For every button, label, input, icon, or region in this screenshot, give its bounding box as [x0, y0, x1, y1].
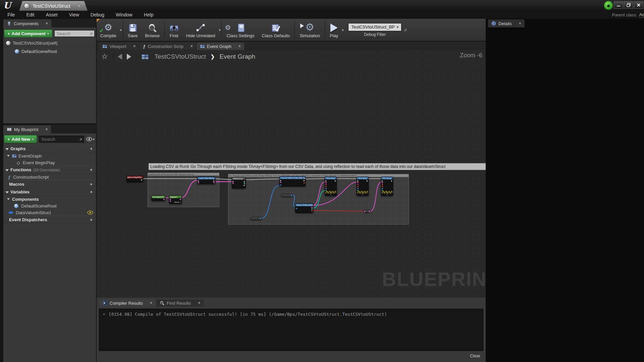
close-icon[interactable]: × [238, 44, 241, 49]
eye-icon[interactable] [87, 210, 93, 215]
pin[interactable] [335, 180, 336, 182]
close-icon[interactable]: × [46, 21, 48, 26]
node-print-string-3[interactable]: f Print String ▾ [381, 177, 393, 196]
simulation-button[interactable]: ⚙ Simulation [296, 20, 324, 40]
tutorials-button[interactable]: ◆ [604, 1, 613, 10]
menu-view[interactable]: View [69, 12, 79, 17]
pin[interactable] [325, 180, 327, 182]
event-begin-play-row[interactable]: ◇ Event BeginPlay [3, 159, 96, 166]
close-button[interactable] [634, 1, 643, 9]
pin[interactable] [325, 182, 327, 183]
view-options-button[interactable]: ▾ [86, 137, 95, 141]
node-variable-getter[interactable] [281, 194, 293, 197]
comment-title-bar-2[interactable]: Go Through each FString inside TArray<FS… [189, 163, 486, 170]
pin[interactable] [280, 180, 281, 181]
pin[interactable] [382, 186, 383, 187]
pin[interactable] [382, 182, 383, 183]
node-get-saved-dir[interactable]: f Get Saved Dir [151, 195, 165, 201]
variables-section-header[interactable]: Variables + [3, 188, 96, 196]
event-graph-canvas[interactable]: ☆ TestCSVtoUStruct ❯ Event Graph Zoom -6… [97, 50, 486, 298]
add-variable-button[interactable]: + [89, 189, 94, 194]
close-icon[interactable]: × [198, 301, 200, 305]
menu-window[interactable]: Window [116, 12, 132, 17]
hide-unrelated-button[interactable]: Hide Unrelated [182, 20, 219, 40]
variable-data-value-row[interactable]: DataValueInStruct [3, 209, 96, 216]
pin[interactable] [213, 180, 215, 182]
pin[interactable] [244, 185, 245, 186]
node-break-csv-demo-struct[interactable]: f Break CSVDemoStruct [295, 203, 313, 213]
pin[interactable] [198, 182, 199, 183]
components-tab[interactable]: Components × [3, 19, 51, 27]
construction-script-row[interactable]: ƒ ConstructionScript [3, 174, 96, 180]
node-print-string-2[interactable]: f Print String ▾ [357, 177, 369, 196]
close-icon[interactable]: × [519, 21, 521, 26]
event-dispatchers-section-header[interactable]: Event Dispatchers + [3, 216, 96, 224]
parent-class-link[interactable]: Actor [639, 12, 644, 17]
add-pin-label[interactable]: Add pin + [174, 201, 181, 203]
graphs-section-header[interactable]: Graphs + [3, 145, 96, 153]
compiler-log[interactable]: •[0154.98] Compile of TestCSVtoUStruct s… [99, 309, 483, 351]
add-new-button[interactable]: + Add New ▾ [4, 135, 37, 143]
variable-scene-root-row[interactable]: DefaultSceneRoot [3, 202, 96, 209]
node-append[interactable]: f Append Add pin + [169, 195, 182, 204]
pin[interactable] [382, 180, 383, 182]
pin[interactable] [382, 188, 383, 189]
pin[interactable] [357, 188, 359, 189]
menu-help[interactable]: Help [144, 12, 154, 17]
compile-options-caret[interactable]: ▾ [120, 28, 122, 32]
pin[interactable] [311, 210, 313, 212]
pin[interactable] [163, 199, 165, 200]
clear-log-button[interactable]: Clear [470, 353, 480, 358]
functions-section-header[interactable]: Functions (20 Overridable) + [3, 166, 96, 174]
menu-file[interactable]: File [7, 12, 15, 17]
pin[interactable] [280, 184, 281, 186]
menu-asset[interactable]: Asset [46, 12, 58, 17]
add-dispatcher-button[interactable]: + [89, 217, 94, 222]
pin[interactable] [170, 199, 171, 200]
pin[interactable] [357, 186, 359, 187]
browse-button[interactable]: Browse [141, 20, 163, 40]
add-component-button[interactable]: + Add Component ▾ [4, 29, 52, 38]
class-defaults-button[interactable]: Class Defaults [258, 20, 294, 40]
macros-section-header[interactable]: Macros + [3, 180, 96, 188]
pin[interactable] [170, 200, 171, 202]
class-settings-button[interactable]: ⚙ Class Settings [223, 20, 258, 40]
component-row-scene-root[interactable]: DefaultSceneRoot [3, 47, 96, 55]
compile-button[interactable]: ⚙ ✓ Compile [97, 20, 120, 40]
expand-caret[interactable]: ▾ [325, 193, 336, 195]
pin[interactable] [244, 183, 245, 184]
pin[interactable] [364, 211, 365, 212]
add-macro-button[interactable]: + [89, 182, 94, 187]
pin[interactable] [369, 211, 370, 212]
close-icon[interactable]: × [191, 44, 193, 49]
components-search-input[interactable] [54, 30, 95, 37]
node-event-begin-play[interactable]: ◉ Event BeginPlay [126, 176, 143, 182]
pin[interactable] [311, 208, 313, 210]
menu-edit[interactable]: Edit [26, 12, 35, 17]
pin[interactable] [357, 184, 359, 185]
debug-filter-dropdown[interactable]: TestCSVtoUStruct_BP ▾ [348, 23, 401, 31]
component-row-self[interactable]: TestCSVtoUStruct(self) [3, 39, 96, 47]
pin[interactable] [382, 184, 383, 185]
my-blueprint-tab[interactable]: My Blueprint × [3, 125, 51, 133]
node-foreach-loop[interactable]: ForEachLoop [232, 177, 246, 188]
node-variable-getter[interactable] [250, 217, 262, 221]
pin[interactable] [232, 181, 234, 182]
tab-find-results[interactable]: Find Results × [156, 299, 204, 307]
tab-event-graph[interactable]: Event Graph × [197, 43, 244, 50]
event-graph-row[interactable]: EventGraph [3, 153, 96, 159]
pin[interactable] [296, 208, 297, 209]
asset-window-tab[interactable]: TestCSVtoUStruct × [19, 1, 88, 11]
pin[interactable] [260, 218, 261, 219]
pin[interactable] [311, 207, 313, 208]
close-icon[interactable]: × [45, 127, 48, 132]
close-icon[interactable]: × [78, 4, 80, 8]
find-button[interactable]: Find [166, 20, 182, 40]
pin[interactable] [325, 186, 327, 187]
play-button[interactable]: Play [326, 20, 342, 40]
restore-button[interactable] [624, 1, 633, 9]
pin[interactable] [304, 182, 305, 184]
pin[interactable] [325, 184, 327, 185]
tab-construction-script[interactable]: ƒ Construction Scrip × [140, 43, 196, 50]
pin[interactable] [325, 188, 327, 189]
